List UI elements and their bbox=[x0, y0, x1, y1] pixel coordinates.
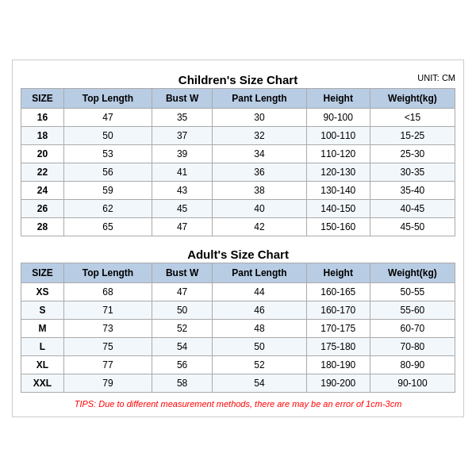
adult-header-cell: Height bbox=[306, 263, 370, 282]
table-cell: 42 bbox=[213, 217, 306, 236]
children-header-cell: Height bbox=[306, 88, 370, 108]
table-cell: 40-45 bbox=[370, 199, 455, 217]
table-cell: 130-140 bbox=[306, 181, 370, 199]
adult-header-cell: Top Length bbox=[63, 263, 152, 282]
table-cell: 43 bbox=[152, 181, 213, 199]
children-header-cell: Weight(kg) bbox=[370, 88, 455, 108]
table-cell: 54 bbox=[213, 374, 306, 392]
table-cell: 35-40 bbox=[370, 181, 455, 199]
unit-label: UNIT: CM bbox=[417, 73, 455, 83]
table-row: 24594338130-14035-40 bbox=[21, 181, 455, 199]
table-cell: 37 bbox=[152, 126, 213, 144]
table-cell: 24 bbox=[21, 181, 64, 199]
table-cell: 40 bbox=[213, 199, 306, 217]
tips-text: TIPS: Due to different measurement metho… bbox=[21, 399, 455, 409]
table-row: XS684744160-16550-55 bbox=[21, 282, 455, 301]
table-cell: 140-150 bbox=[306, 199, 370, 217]
table-row: 1647353090-100<15 bbox=[21, 108, 455, 126]
table-cell: 28 bbox=[21, 217, 64, 236]
table-cell: 25-30 bbox=[370, 144, 455, 163]
table-cell: 90-100 bbox=[370, 374, 455, 392]
table-cell: 47 bbox=[152, 282, 213, 301]
table-cell: 79 bbox=[63, 374, 152, 392]
table-row: S715046160-17055-60 bbox=[21, 301, 455, 319]
children-table: SIZETop LengthBust WPant LengthHeightWei… bbox=[21, 88, 455, 236]
table-cell: 62 bbox=[63, 199, 152, 217]
table-cell: 52 bbox=[152, 319, 213, 337]
adult-header-cell: Pant Length bbox=[213, 263, 306, 282]
table-cell: 38 bbox=[213, 181, 306, 199]
table-cell: 160-165 bbox=[306, 282, 370, 301]
table-cell: 18 bbox=[21, 126, 64, 144]
table-cell: M bbox=[21, 319, 64, 337]
table-cell: 71 bbox=[63, 301, 152, 319]
table-cell: 26 bbox=[21, 199, 64, 217]
table-cell: 65 bbox=[63, 217, 152, 236]
table-cell: 160-170 bbox=[306, 301, 370, 319]
adult-section-title: Adult's Size Chart bbox=[21, 243, 455, 263]
table-cell: 20 bbox=[21, 144, 64, 163]
table-cell: 30-35 bbox=[370, 163, 455, 181]
table-cell: S bbox=[21, 301, 64, 319]
table-cell: 15-25 bbox=[370, 126, 455, 144]
table-cell: 75 bbox=[63, 337, 152, 355]
table-cell: 16 bbox=[21, 108, 64, 126]
children-header-cell: Top Length bbox=[63, 88, 152, 108]
table-cell: XS bbox=[21, 282, 64, 301]
table-cell: 39 bbox=[152, 144, 213, 163]
table-cell: 50-55 bbox=[370, 282, 455, 301]
table-cell: 44 bbox=[213, 282, 306, 301]
table-cell: 47 bbox=[63, 108, 152, 126]
table-cell: 90-100 bbox=[306, 108, 370, 126]
children-section-title: Children's Size Chart UNIT: CM bbox=[21, 68, 455, 88]
children-header-cell: Pant Length bbox=[213, 88, 306, 108]
table-cell: 80-90 bbox=[370, 355, 455, 374]
table-cell: 68 bbox=[63, 282, 152, 301]
table-cell: 47 bbox=[152, 217, 213, 236]
table-cell: 30 bbox=[213, 108, 306, 126]
table-cell: L bbox=[21, 337, 64, 355]
table-row: L755450175-18070-80 bbox=[21, 337, 455, 355]
table-row: 28654742150-16045-50 bbox=[21, 217, 455, 236]
table-row: 22564136120-13030-35 bbox=[21, 163, 455, 181]
table-cell: 54 bbox=[152, 337, 213, 355]
table-cell: 60-70 bbox=[370, 319, 455, 337]
table-cell: XL bbox=[21, 355, 64, 374]
table-cell: XXL bbox=[21, 374, 64, 392]
table-cell: 46 bbox=[213, 301, 306, 319]
table-cell: 73 bbox=[63, 319, 152, 337]
table-cell: 100-110 bbox=[306, 126, 370, 144]
chart-container: Children's Size Chart UNIT: CM SIZETop L… bbox=[12, 60, 464, 417]
table-cell: 170-175 bbox=[306, 319, 370, 337]
adult-header-cell: Weight(kg) bbox=[370, 263, 455, 282]
table-cell: 50 bbox=[63, 126, 152, 144]
table-cell: 32 bbox=[213, 126, 306, 144]
table-row: XXL795854190-20090-100 bbox=[21, 374, 455, 392]
table-cell: 45-50 bbox=[370, 217, 455, 236]
table-cell: 50 bbox=[213, 337, 306, 355]
table-row: 18503732100-11015-25 bbox=[21, 126, 455, 144]
adult-header-row: SIZETop LengthBust WPant LengthHeightWei… bbox=[21, 263, 455, 282]
children-header-cell: Bust W bbox=[152, 88, 213, 108]
adult-table: SIZETop LengthBust WPant LengthHeightWei… bbox=[21, 263, 455, 393]
table-cell: 58 bbox=[152, 374, 213, 392]
children-header-row: SIZETop LengthBust WPant LengthHeightWei… bbox=[21, 88, 455, 108]
table-cell: 56 bbox=[63, 163, 152, 181]
table-row: 26624540140-15040-45 bbox=[21, 199, 455, 217]
table-cell: 48 bbox=[213, 319, 306, 337]
table-cell: 35 bbox=[152, 108, 213, 126]
table-cell: 56 bbox=[152, 355, 213, 374]
adult-header-cell: Bust W bbox=[152, 263, 213, 282]
table-cell: 110-120 bbox=[306, 144, 370, 163]
table-cell: 190-200 bbox=[306, 374, 370, 392]
table-cell: 34 bbox=[213, 144, 306, 163]
adult-title-text: Adult's Size Chart bbox=[187, 248, 289, 261]
table-cell: 175-180 bbox=[306, 337, 370, 355]
adult-header-cell: SIZE bbox=[21, 263, 64, 282]
table-cell: 50 bbox=[152, 301, 213, 319]
table-cell: 59 bbox=[63, 181, 152, 199]
table-cell: 22 bbox=[21, 163, 64, 181]
table-cell: 53 bbox=[63, 144, 152, 163]
table-cell: 41 bbox=[152, 163, 213, 181]
table-cell: <15 bbox=[370, 108, 455, 126]
